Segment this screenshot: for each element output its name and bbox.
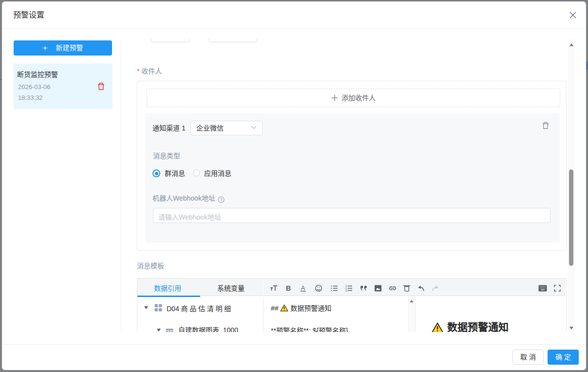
svg-text:A: A <box>301 285 305 292</box>
svg-text:B: B <box>286 284 291 292</box>
svg-text:3: 3 <box>345 289 347 292</box>
svg-text:?: ? <box>220 197 222 202</box>
